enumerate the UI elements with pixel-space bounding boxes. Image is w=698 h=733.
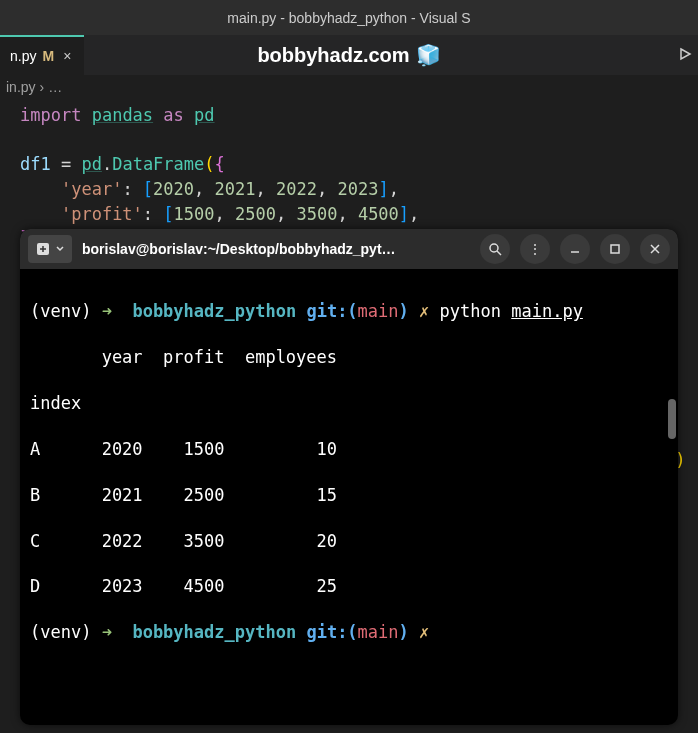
editor-tab-main[interactable]: n.py M × bbox=[0, 35, 84, 75]
terminal-minimize-button[interactable] bbox=[560, 234, 590, 264]
code-line: 'profit': [1500, 2500, 3500, 4500], bbox=[20, 202, 678, 227]
code-line: 'year': [2020, 2021, 2022, 2023], bbox=[20, 177, 678, 202]
modified-indicator: M bbox=[42, 48, 54, 64]
terminal-close-button[interactable] bbox=[640, 234, 670, 264]
breadcrumb-more: … bbox=[48, 79, 62, 95]
window-title-bar: main.py - bobbyhadz_python - Visual S bbox=[0, 0, 698, 35]
code-line: df1 = pd.DataFrame({ bbox=[20, 152, 678, 177]
cube-icon: 🧊 bbox=[416, 43, 441, 67]
run-icon[interactable] bbox=[678, 45, 692, 65]
breadcrumb-file: in.py bbox=[6, 79, 36, 95]
plus-box-icon bbox=[36, 242, 50, 256]
terminal-title: borislav@borislav:~/Desktop/bobbyhadz_py… bbox=[82, 241, 470, 257]
svg-rect-2 bbox=[611, 245, 619, 253]
breadcrumb-sep: › bbox=[40, 79, 45, 95]
tab-filename: n.py bbox=[10, 48, 36, 64]
terminal-body[interactable]: (venv) ➜ bobbyhadz_python git:(main) ✗ p… bbox=[20, 269, 678, 725]
close-icon bbox=[649, 243, 661, 255]
terminal-menu-button[interactable]: ⋮ bbox=[520, 234, 550, 264]
search-icon bbox=[488, 242, 502, 256]
kebab-icon: ⋮ bbox=[528, 241, 542, 257]
close-tab-icon[interactable]: × bbox=[60, 48, 74, 64]
terminal-scrollbar[interactable] bbox=[668, 399, 676, 439]
breadcrumb[interactable]: in.py › … bbox=[0, 75, 698, 99]
svg-point-1 bbox=[490, 244, 498, 252]
terminal-header: borislav@borislav:~/Desktop/bobbyhadz_py… bbox=[20, 229, 678, 269]
minimize-icon bbox=[569, 243, 581, 255]
site-label: bobbyhadz.com 🧊 bbox=[257, 43, 440, 67]
tab-bar: n.py M × bobbyhadz.com 🧊 bbox=[0, 35, 698, 75]
code-line: import pandas as pd bbox=[20, 103, 678, 128]
maximize-icon bbox=[609, 243, 621, 255]
terminal-panel: borislav@borislav:~/Desktop/bobbyhadz_py… bbox=[20, 229, 678, 725]
window-title: main.py - bobbyhadz_python - Visual S bbox=[227, 10, 470, 26]
terminal-new-tab[interactable] bbox=[28, 235, 72, 263]
terminal-search-button[interactable] bbox=[480, 234, 510, 264]
terminal-maximize-button[interactable] bbox=[600, 234, 630, 264]
chevron-down-icon bbox=[56, 245, 64, 253]
